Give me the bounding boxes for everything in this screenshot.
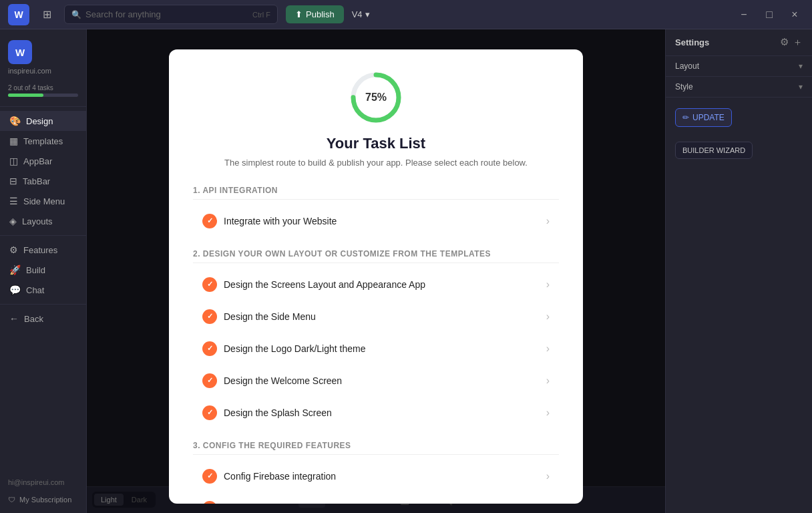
- task-item-design-sidemenu[interactable]: Design the Side Menu ›: [193, 302, 559, 331]
- plus-icon[interactable]: ＋: [793, 36, 803, 49]
- sidebar-subscription[interactable]: 🛡 My Subscription: [0, 492, 86, 508]
- topbar-logo: W: [8, 4, 29, 25]
- templates-icon: ▦: [9, 136, 18, 146]
- task-done-icon: [202, 373, 217, 388]
- task-arrow-icon: ›: [546, 343, 550, 355]
- modal-overlay[interactable]: 75% Your Task List The simplest route to…: [87, 29, 665, 513]
- sidebar-item-label-sidemenu: Side Menu: [23, 196, 65, 206]
- sidebar-item-label-chat: Chat: [26, 285, 44, 295]
- publish-icon: ⬆: [295, 9, 302, 19]
- task-done-icon: [202, 341, 217, 356]
- task-item-design-welcome[interactable]: Design the Welcome Screen ›: [193, 366, 559, 395]
- search-placeholder: Search for anything: [85, 9, 161, 19]
- task-section-header-design: 2. Design your own Layout or customize f…: [193, 249, 559, 263]
- task-section-config: 3. Config the required Features Config F…: [193, 441, 559, 504]
- sidebar-item-templates[interactable]: ▦ Templates: [0, 131, 86, 151]
- sidebar-item-features[interactable]: ⚙ Features: [0, 240, 86, 260]
- sidebar-item-sidemenu[interactable]: ☰ Side Menu: [0, 191, 86, 211]
- task-arrow-icon: ›: [546, 215, 550, 227]
- task-done-icon: [202, 277, 217, 292]
- sidebar: W inspireui.com 2 out of 4 tasks 🎨 Desig…: [0, 29, 87, 513]
- task-label-config-firebase: Config Firebase integration: [224, 471, 336, 482]
- task-item-design-splash[interactable]: Design the Splash Screen ›: [193, 398, 559, 428]
- back-icon: ←: [9, 313, 19, 324]
- sidebar-item-back[interactable]: ← Back: [0, 309, 86, 329]
- settings-icon[interactable]: ⚙: [780, 36, 789, 49]
- progress-circle-wrap: 75%: [193, 71, 559, 124]
- task-item-design-logo[interactable]: Design the Logo Dark/Light theme ›: [193, 334, 559, 363]
- search-bar[interactable]: 🔍 Search for anything Ctrl F: [64, 5, 278, 24]
- shield-icon: 🛡: [8, 496, 15, 504]
- topbar: W ⊞ 🔍 Search for anything Ctrl F ⬆ Publi…: [0, 0, 812, 29]
- window-button[interactable]: □: [760, 5, 779, 24]
- publish-button[interactable]: ⬆ Publish: [286, 5, 344, 23]
- grid-icon[interactable]: ⊞: [37, 5, 56, 24]
- progress-bar-bg: [8, 94, 78, 97]
- rp-section-header-1[interactable]: Layout ▾: [666, 56, 812, 76]
- task-item-config-firebase[interactable]: Config Firebase integration ›: [193, 462, 559, 491]
- task-section-api: 1. API Integration Integrate with your W…: [193, 186, 559, 236]
- build-icon: 🚀: [9, 265, 21, 275]
- task-label-integrate-website: Integrate with your Website: [224, 216, 337, 226]
- task-done-icon: [202, 501, 217, 504]
- task-arrow-icon: ›: [546, 502, 550, 504]
- task-section-header-api: 1. API Integration: [193, 186, 559, 200]
- right-panel-title: Settings: [675, 37, 709, 47]
- update-button[interactable]: ✏ UPDATE: [675, 108, 732, 127]
- task-arrow-icon: ›: [546, 311, 550, 323]
- progress-label: 2 out of 4 tasks: [8, 84, 78, 92]
- design-icon: 🎨: [9, 116, 21, 126]
- task-section-design: 2. Design your own Layout or customize f…: [193, 249, 559, 428]
- appbar-icon: ◫: [9, 156, 18, 166]
- search-shortcut: Ctrl F: [252, 11, 270, 19]
- sidebar-item-appbar[interactable]: ◫ AppBar: [0, 151, 86, 171]
- progress-circle: 75%: [349, 71, 403, 124]
- task-list-modal: 75% Your Task List The simplest route to…: [169, 49, 583, 504]
- close-button[interactable]: ×: [785, 5, 804, 24]
- progress-percent-label: 75%: [365, 92, 387, 104]
- task-done-icon: [202, 214, 217, 228]
- sidebar-item-chat[interactable]: 💬 Chat: [0, 280, 86, 300]
- task-arrow-icon: ›: [546, 375, 550, 387]
- sidebar-item-label-layouts: Layouts: [22, 216, 53, 226]
- layouts-icon: ◈: [9, 216, 17, 226]
- sidebar-item-label-appbar: AppBar: [23, 156, 52, 166]
- sidebar-item-label-design: Design: [26, 116, 53, 126]
- task-arrow-icon: ›: [546, 279, 550, 291]
- task-label-design-welcome: Design the Welcome Screen: [224, 375, 342, 386]
- modal-title: Your Task List: [193, 135, 559, 152]
- sidebar-item-design[interactable]: 🎨 Design: [0, 111, 86, 131]
- sidebar-divider-2: [0, 235, 86, 236]
- progress-bar-fill: [8, 94, 43, 97]
- task-label-design-splash: Design the Splash Screen: [224, 407, 332, 418]
- right-panel: Settings ⚙ ＋ Layout ▾ Style ▾ ✏ UPDATE: [665, 29, 812, 513]
- features-icon: ⚙: [9, 244, 18, 255]
- main-area: 75% Your Task List The simplest route to…: [87, 29, 665, 513]
- search-icon: 🔍: [71, 10, 81, 19]
- sidebar-item-label-tabbar: TabBar: [23, 176, 50, 186]
- rp-section-header-2[interactable]: Style ▾: [666, 77, 812, 97]
- task-done-icon: [202, 309, 217, 324]
- sidebar-divider-3: [0, 304, 86, 305]
- chat-icon: 💬: [9, 285, 21, 295]
- task-item-design-screens[interactable]: Design the Screens Layout and Appearance…: [193, 270, 559, 299]
- sidebar-progress: 2 out of 4 tasks: [0, 83, 86, 102]
- edit-icon: ✏: [682, 113, 689, 122]
- wizard-button[interactable]: BUILDER WIZARD: [675, 142, 753, 159]
- task-done-icon: [202, 469, 217, 484]
- version-selector[interactable]: V4 ▾: [352, 9, 370, 19]
- modal-subtitle: The simplest route to build & publish yo…: [193, 156, 559, 170]
- task-item-config-social[interactable]: Config Social Logins ›: [193, 494, 559, 504]
- task-label-config-social: Config Social Logins: [224, 503, 309, 504]
- minimize-button[interactable]: −: [735, 5, 753, 24]
- sidebar-item-tabbar[interactable]: ⊟ TabBar: [0, 171, 86, 191]
- brand-name: inspireui.com: [8, 67, 51, 75]
- sidebar-item-label-templates: Templates: [23, 136, 63, 146]
- chevron-down-icon: ▾: [799, 61, 803, 71]
- app-layout: W inspireui.com 2 out of 4 tasks 🎨 Desig…: [0, 29, 812, 513]
- sidebar-item-build[interactable]: 🚀 Build: [0, 260, 86, 280]
- task-done-icon: [202, 405, 217, 420]
- task-item-integrate-website[interactable]: Integrate with your Website ›: [193, 206, 559, 236]
- tabbar-icon: ⊟: [9, 176, 17, 186]
- sidebar-item-layouts[interactable]: ◈ Layouts: [0, 211, 86, 231]
